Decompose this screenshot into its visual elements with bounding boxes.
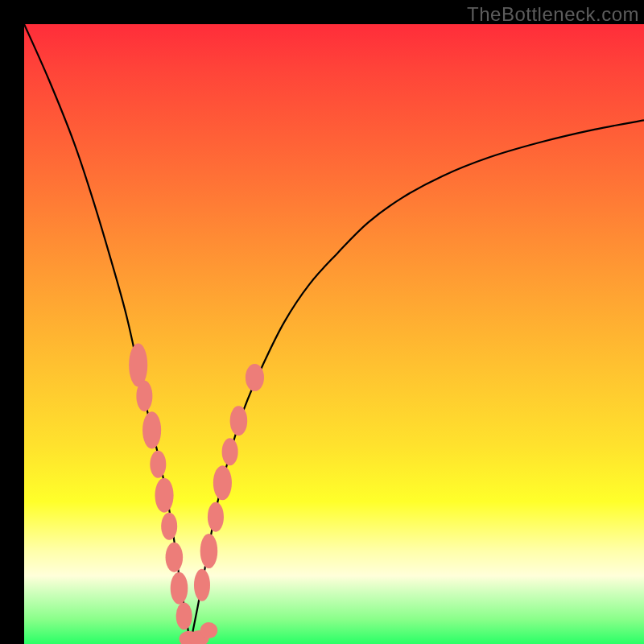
highlight-marker [171, 572, 188, 605]
marker-group [129, 344, 264, 644]
highlight-marker [246, 364, 264, 391]
left-curve [24, 24, 190, 644]
highlight-marker [176, 602, 192, 630]
highlight-marker [142, 411, 161, 448]
highlight-marker [222, 438, 238, 465]
highlight-marker [161, 513, 177, 540]
highlight-marker [200, 534, 218, 568]
highlight-marker [200, 622, 218, 638]
highlight-marker [129, 344, 147, 387]
highlight-marker [166, 543, 184, 572]
highlight-marker [194, 569, 210, 601]
highlight-marker [136, 381, 152, 412]
highlight-marker [208, 502, 224, 532]
plot-area [24, 24, 644, 644]
highlight-marker [155, 478, 173, 513]
chart-frame: TheBottleneck.com [0, 0, 644, 644]
highlight-marker [150, 451, 166, 478]
curve-layer [24, 24, 644, 644]
highlight-marker [213, 465, 232, 500]
source-watermark: TheBottleneck.com [467, 3, 639, 26]
highlight-marker [230, 406, 248, 436]
